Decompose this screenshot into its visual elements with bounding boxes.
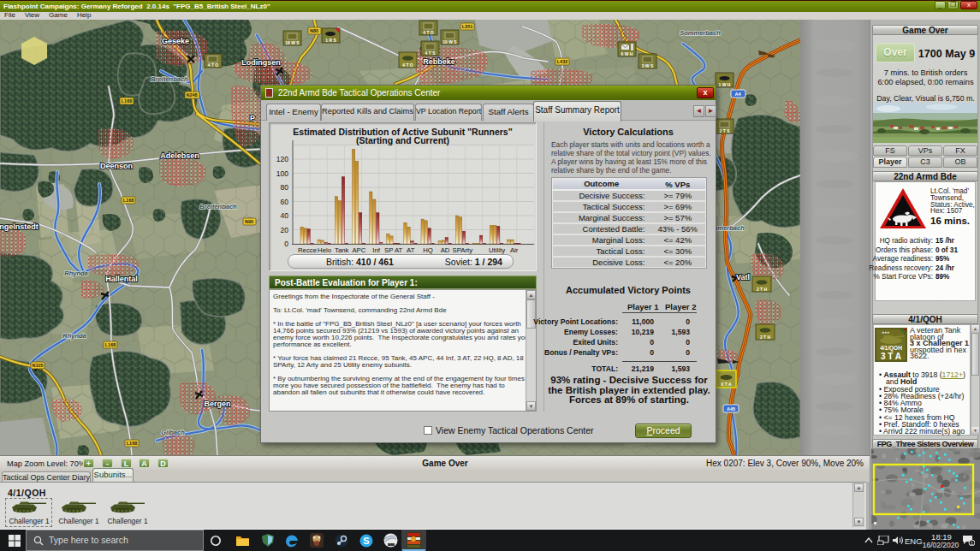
- svg-text:L168: L168: [123, 198, 134, 203]
- svg-text:Utility: Utility: [489, 246, 505, 254]
- svg-text:2 T H: 2 T H: [760, 335, 771, 340]
- svg-text:4 T O: 4 T O: [402, 62, 413, 68]
- svg-text:Lodingsen: Lodingsen: [241, 58, 281, 67]
- svg-text:Air: Air: [510, 246, 519, 254]
- svg-text:4 T O: 4 T O: [208, 62, 219, 68]
- svg-text:Rhynda: Rhynda: [62, 332, 86, 340]
- svg-text:4 T S: 4 T S: [425, 50, 437, 56]
- svg-text:80: 80: [281, 183, 289, 192]
- svg-text:P: P: [250, 114, 255, 122]
- svg-text:1 R S: 1 R S: [325, 38, 336, 43]
- svg-text:L168: L168: [127, 441, 138, 446]
- svg-text:3 W S: 3 W S: [642, 63, 654, 68]
- svg-text:4 T O: 4 T O: [423, 30, 434, 35]
- svg-text:S: S: [363, 536, 369, 546]
- svg-text:Hallental: Hallental: [105, 275, 138, 283]
- svg-text:3 T A: 3 T A: [881, 352, 901, 361]
- svg-text:18 W S: 18 W S: [285, 40, 300, 45]
- svg-text:Adelebsen: Adelebsen: [160, 151, 199, 160]
- svg-text:Geseke: Geseke: [162, 37, 189, 45]
- svg-text:L168: L168: [105, 342, 116, 347]
- svg-text:Bergen: Bergen: [204, 400, 230, 408]
- svg-text:N90: N90: [245, 219, 253, 224]
- svg-text:40: 40: [281, 211, 289, 220]
- svg-text:ngelnstedt: ngelnstedt: [0, 222, 39, 231]
- svg-text:Sommerbach: Sommerbach: [680, 29, 721, 37]
- svg-text:0 T A: 0 T A: [721, 382, 731, 387]
- svg-text:SPArty: SPArty: [452, 246, 472, 254]
- svg-text:Inf: Inf: [372, 246, 381, 254]
- svg-text:Breitenbach: Breitenbach: [199, 203, 237, 210]
- svg-text:60: 60: [281, 198, 289, 206]
- svg-text:L432: L432: [557, 59, 568, 64]
- svg-text:Breitenbach: Breitenbach: [151, 75, 188, 83]
- svg-text:N80: N80: [310, 28, 318, 33]
- svg-text:SP AT: SP AT: [384, 246, 403, 254]
- svg-text:Deenson: Deenson: [100, 162, 133, 170]
- svg-text:Helo: Helo: [318, 246, 332, 254]
- svg-text:AD: AD: [441, 246, 450, 254]
- svg-text:Vatl: Vatl: [736, 273, 750, 281]
- svg-text:6 W H: 6 W H: [621, 51, 633, 56]
- svg-text:Gilbach: Gilbach: [161, 429, 185, 436]
- svg-text:AT: AT: [407, 246, 415, 254]
- svg-text:120: 120: [276, 155, 288, 163]
- svg-text:10 W S: 10 W S: [442, 39, 457, 44]
- svg-text:Rebbeke: Rebbeke: [423, 57, 455, 66]
- svg-text:0: 0: [284, 240, 288, 248]
- svg-text:APC: APC: [352, 246, 365, 254]
- svg-text:L351: L351: [462, 24, 473, 29]
- svg-text:Tank: Tank: [335, 246, 349, 254]
- svg-text:2 T H: 2 T H: [757, 287, 768, 292]
- svg-text:20: 20: [281, 226, 289, 234]
- svg-text:Recce: Recce: [298, 246, 317, 254]
- svg-text:●●●: ●●●: [882, 329, 889, 335]
- svg-text:A4: A4: [734, 92, 741, 97]
- svg-text:A45: A45: [727, 406, 735, 412]
- svg-text:1 W H: 1 W H: [719, 82, 731, 87]
- svg-text:N105: N105: [32, 363, 43, 368]
- svg-text:L168: L168: [122, 98, 133, 104]
- svg-text:HQ: HQ: [423, 246, 433, 254]
- svg-text:4/1/QOH: 4/1/QOH: [880, 345, 902, 352]
- svg-text:100: 100: [276, 169, 288, 178]
- svg-text:Rhynda: Rhynda: [64, 270, 88, 277]
- svg-text:N248: N248: [186, 92, 197, 98]
- svg-text:2 T S: 2 T S: [720, 128, 731, 133]
